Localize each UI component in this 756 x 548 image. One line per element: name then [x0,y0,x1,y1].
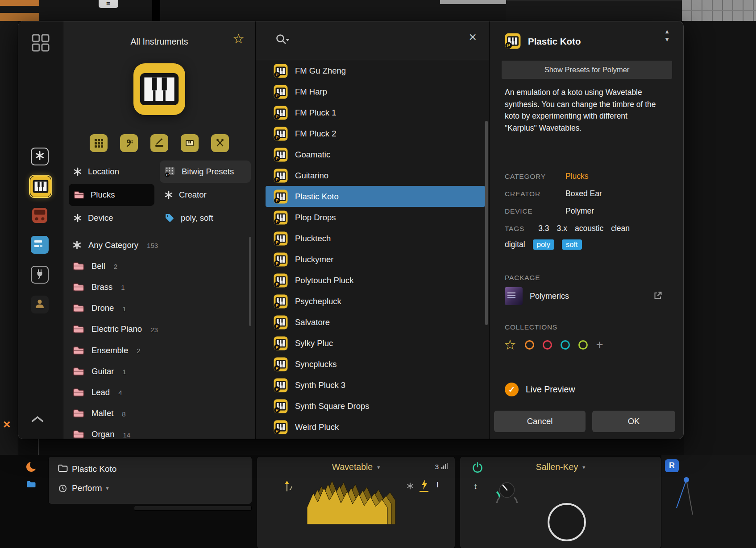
grid-view-icon[interactable] [31,33,50,54]
tag-chip[interactable]: poly [533,239,554,250]
result-row[interactable]: P Synth Square Drops [266,396,485,416]
filter-location[interactable]: Location [69,161,154,183]
category-row[interactable]: Lead4 [63,382,255,403]
result-row[interactable]: P FM Pluck 1 [266,102,485,123]
record-badge[interactable]: R [665,459,679,472]
percussion-icon[interactable] [150,134,168,152]
mallets-icon[interactable] [211,134,229,152]
audio-fx-tab-icon[interactable] [31,206,49,226]
cutoff-knob[interactable] [494,477,520,505]
live-preview-toggle[interactable]: ✓ Live Preview [505,383,575,396]
tag[interactable]: 3.3 [538,224,549,233]
category-row[interactable]: Ensemble2 [63,340,255,361]
collapse-chevron-icon[interactable] [31,416,44,424]
circle-collection-icon[interactable] [578,340,588,350]
package-row[interactable]: Polymerics [505,287,569,305]
result-row[interactable]: P Polytouch Pluck [266,270,485,291]
background-top-bar: ≡ [0,0,756,21]
star-collection-icon[interactable]: ☆ [504,338,516,352]
spinner-down-icon[interactable]: ▼ [664,37,670,42]
category-row[interactable]: Any Category153 [63,235,255,255]
result-row[interactable]: P Salvatore [266,312,485,333]
result-row[interactable]: P Plop Drops [266,207,485,228]
circle-collection-icon[interactable] [543,340,552,350]
result-row[interactable]: P Guitarino [266,165,485,186]
category-row[interactable]: Brass1 [63,276,255,297]
filter-device[interactable]: Device [69,207,154,229]
any-source-button[interactable] [31,148,49,165]
filter-selector[interactable]: Sallen-Key ▾ [460,462,661,472]
result-row[interactable]: P Weird Pluck [266,416,485,437]
user-content-tab-icon[interactable] [31,296,49,313]
instruments-tab-icon[interactable] [30,176,51,197]
results-scrollbar[interactable] [485,121,488,325]
result-row[interactable]: P Synth Pluck 3 [266,375,485,396]
category-row[interactable]: Electric Piano23 [63,319,255,340]
filter-plucks[interactable]: Plucks [69,184,154,206]
result-row[interactable]: P Goamatic [266,144,485,165]
category-row[interactable]: Mallet8 [63,403,255,424]
device-preset-name[interactable]: Plastic Koto [72,464,116,474]
result-row[interactable]: P Sylky Pluc [266,333,485,354]
result-row[interactable]: P FM Gu Zheng [266,60,485,81]
lightning-icon[interactable] [421,480,428,491]
result-row[interactable]: P FM Pluck 2 [266,123,485,144]
live-preview-check-icon[interactable]: ✓ [505,383,519,396]
result-row[interactable]: P Syncplucks [266,354,485,375]
circle-collection-icon[interactable] [561,340,570,350]
browser-folder-icon[interactable] [26,480,37,490]
result-label: Pluckymer [295,255,333,264]
snowflake-icon[interactable] [407,482,414,491]
tag[interactable]: digital [505,240,525,249]
tag[interactable]: 3.x [557,224,567,233]
pads-icon[interactable] [90,134,108,152]
result-row[interactable]: P FM Harp [266,81,485,102]
keys-icon[interactable] [181,134,199,152]
bar-mode-icon[interactable]: I [436,481,439,490]
tag-chip[interactable]: soft [562,239,582,250]
plus-collection-icon[interactable]: + [596,339,603,351]
keytrack-icon[interactable] [283,480,295,495]
category-scrollbar[interactable] [249,237,251,326]
secondary-knob[interactable] [548,503,586,541]
clips-tab-icon[interactable] [31,236,49,255]
folder-icon[interactable] [58,464,68,474]
result-row[interactable]: P Plucktech [266,228,485,249]
tag[interactable]: clean [611,224,630,233]
favorite-star-icon[interactable]: ☆ [233,32,245,45]
filter-creator[interactable]: Creator [160,184,251,206]
wavetable-visual[interactable] [307,480,396,526]
category-row[interactable]: Organ14 [63,424,255,439]
result-row[interactable]: P Psychepluck [266,291,485,312]
filter-poly-soft[interactable]: poly, soft [160,207,251,229]
bass-clef-icon[interactable] [120,134,138,152]
cancel-button[interactable]: Cancel [494,411,586,432]
preset-spinner[interactable]: ▲ ▼ [664,29,670,42]
close-icon[interactable]: × [3,418,10,431]
category-row[interactable]: Drone1 [63,298,255,319]
tag[interactable]: acoustic [575,224,603,233]
ok-button[interactable]: OK [592,411,675,432]
filter-bitwig-presets[interactable]: PBitwig Presets [160,161,251,183]
external-link-icon[interactable] [653,291,663,302]
category-row[interactable]: Guitar1 [63,361,255,382]
device-value[interactable]: Polymer [565,206,671,216]
circle-collection-icon[interactable] [525,340,534,350]
search-icon[interactable] [274,33,291,49]
perform-selector[interactable]: Perform ▾ [72,483,109,493]
category-row[interactable]: Bell2 [63,255,255,276]
category-value[interactable]: Plucks [565,172,671,181]
updown-icon[interactable]: ↕ [474,482,478,491]
result-row[interactable]: P Plastic Koto [266,186,485,207]
search-input[interactable]: × [256,21,489,60]
unison-voices[interactable]: 3 [435,462,449,471]
moon-icon[interactable] [25,460,38,475]
creator-value[interactable]: Boxed Ear [565,189,671,198]
oscillator-selector[interactable]: Wavetable ▾ [257,462,455,472]
result-row[interactable]: P Pluckymer [266,249,485,270]
spinner-up-icon[interactable]: ▲ [664,29,670,34]
clear-search-icon[interactable]: × [469,30,477,44]
menu-icon[interactable]: ≡ [99,0,118,8]
plugins-tab-icon[interactable] [31,266,49,284]
show-presets-button[interactable]: Show Presets for Polymer [502,61,672,79]
